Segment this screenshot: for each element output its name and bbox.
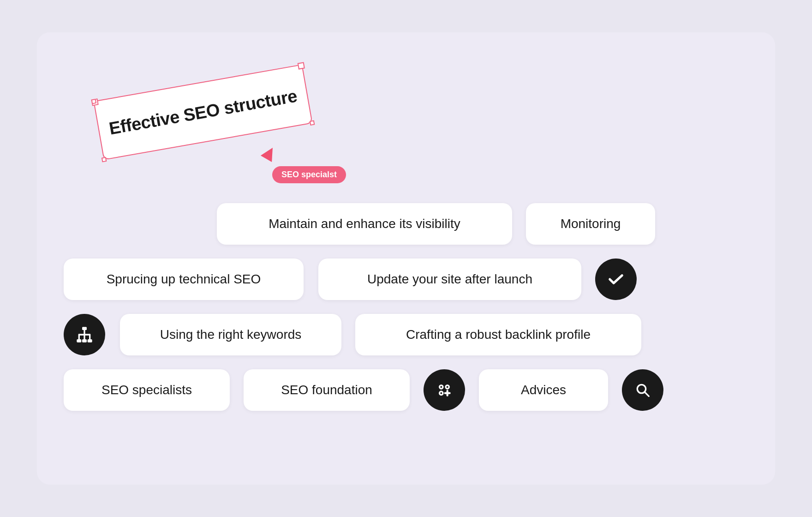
chip-backlink[interactable]: Crafting a robust backlink profile [355, 314, 641, 355]
chip-keywords[interactable]: Using the right keywords [120, 314, 341, 355]
chip-monitoring[interactable]: Monitoring [526, 203, 655, 245]
selected-node-text: Effective SEO structure [107, 86, 299, 138]
apps-button[interactable] [424, 369, 465, 411]
search-icon [633, 381, 652, 399]
check-icon [607, 270, 625, 289]
chip-specialists[interactable]: SEO specialists [64, 369, 230, 411]
check-button[interactable] [595, 258, 637, 300]
chip-foundation[interactable]: SEO foundation [244, 369, 410, 411]
chip-advices[interactable]: Advices [479, 369, 608, 411]
svg-point-10 [446, 385, 449, 389]
chip-maintain[interactable]: Maintain and enhance its visibility [217, 203, 512, 245]
svg-point-9 [440, 385, 443, 389]
apps-icon [435, 381, 454, 399]
cursor-arrow [261, 144, 278, 162]
selected-node[interactable]: Effective SEO structure [93, 64, 313, 160]
search-button[interactable] [622, 369, 663, 411]
svg-line-16 [645, 392, 649, 396]
svg-point-11 [440, 391, 443, 395]
chip-sprucing[interactable]: Sprucing up technical SEO [64, 258, 304, 300]
user-badge: SEO specialst [272, 166, 346, 183]
network-button[interactable] [64, 314, 105, 355]
canvas: Effective SEO structure SEO specialst Ma… [37, 32, 775, 485]
chip-update[interactable]: Update your site after launch [318, 258, 581, 300]
network-icon [75, 325, 94, 344]
